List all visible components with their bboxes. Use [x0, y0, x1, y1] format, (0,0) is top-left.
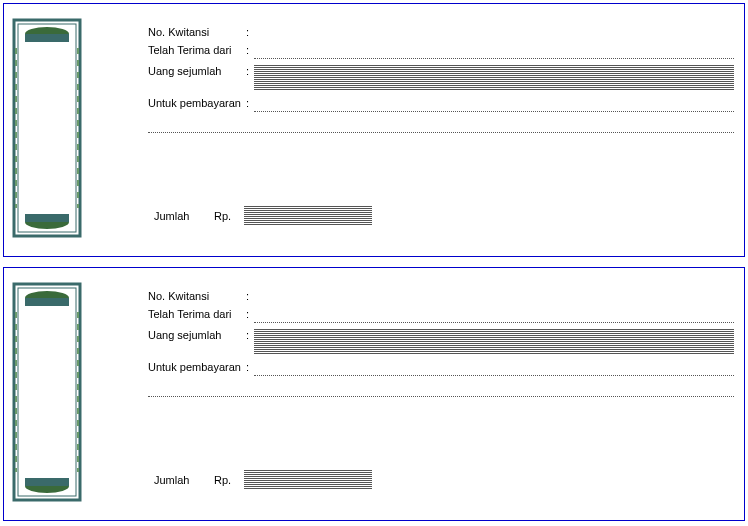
colon: : — [246, 329, 254, 341]
receipt-1: No. Kwitansi : Telah Terima dari : Uang … — [3, 3, 745, 257]
row-no-kwitansi: No. Kwitansi : — [148, 26, 734, 40]
colon: : — [246, 290, 254, 302]
svg-rect-1 — [18, 24, 76, 232]
page: No. Kwitansi : Telah Terima dari : Uang … — [0, 0, 748, 521]
row-jumlah: Jumlah Rp. — [154, 470, 372, 490]
receipt-content: No. Kwitansi : Telah Terima dari : Uang … — [148, 290, 734, 397]
row-no-kwitansi: No. Kwitansi : — [148, 290, 734, 304]
label-jumlah: Jumlah — [154, 474, 214, 486]
svg-rect-9 — [18, 288, 76, 496]
colon: : — [246, 97, 254, 109]
value-telah-terima-dari — [254, 44, 734, 59]
row-telah-terima-dari: Telah Terima dari : — [148, 44, 734, 59]
row-uang-sejumlah: Uang sejumlah : — [148, 65, 734, 91]
blank-line — [148, 118, 734, 133]
label-telah-terima-dari: Telah Terima dari — [148, 44, 246, 56]
receipt-content: No. Kwitansi : Telah Terima dari : Uang … — [148, 26, 734, 133]
label-jumlah: Jumlah — [154, 210, 214, 222]
colon: : — [246, 361, 254, 373]
label-uang-sejumlah: Uang sejumlah — [148, 329, 246, 341]
amount-box — [244, 470, 372, 490]
svg-rect-8 — [14, 284, 80, 500]
value-telah-terima-dari — [254, 308, 734, 323]
colon: : — [246, 308, 254, 320]
label-uang-sejumlah: Uang sejumlah — [148, 65, 246, 77]
row-uang-sejumlah: Uang sejumlah : — [148, 329, 734, 355]
extra-lines — [148, 118, 734, 133]
label-no-kwitansi: No. Kwitansi — [148, 290, 246, 302]
receipt-2: No. Kwitansi : Telah Terima dari : Uang … — [3, 267, 745, 521]
extra-lines — [148, 382, 734, 397]
value-uang-sejumlah — [254, 65, 734, 91]
label-telah-terima-dari: Telah Terima dari — [148, 308, 246, 320]
blank-line — [148, 382, 734, 397]
colon: : — [246, 65, 254, 77]
label-rp: Rp. — [214, 474, 244, 486]
svg-rect-5 — [25, 214, 69, 222]
value-no-kwitansi — [254, 26, 734, 40]
stamp-frame — [12, 18, 82, 238]
row-telah-terima-dari: Telah Terima dari : — [148, 308, 734, 323]
colon: : — [246, 44, 254, 56]
svg-rect-3 — [25, 34, 69, 42]
label-untuk-pembayaran: Untuk pembayaran — [148, 97, 246, 109]
row-untuk-pembayaran: Untuk pembayaran : — [148, 97, 734, 112]
amount-box — [244, 206, 372, 226]
label-rp: Rp. — [214, 210, 244, 222]
value-no-kwitansi — [254, 290, 734, 304]
label-no-kwitansi: No. Kwitansi — [148, 26, 246, 38]
row-jumlah: Jumlah Rp. — [154, 206, 372, 226]
svg-rect-13 — [25, 478, 69, 486]
value-untuk-pembayaran — [254, 361, 734, 376]
label-untuk-pembayaran: Untuk pembayaran — [148, 361, 246, 373]
row-untuk-pembayaran: Untuk pembayaran : — [148, 361, 734, 376]
value-untuk-pembayaran — [254, 97, 734, 112]
value-uang-sejumlah — [254, 329, 734, 355]
stamp-frame — [12, 282, 82, 502]
svg-rect-11 — [25, 298, 69, 306]
colon: : — [246, 26, 254, 38]
svg-rect-0 — [14, 20, 80, 236]
